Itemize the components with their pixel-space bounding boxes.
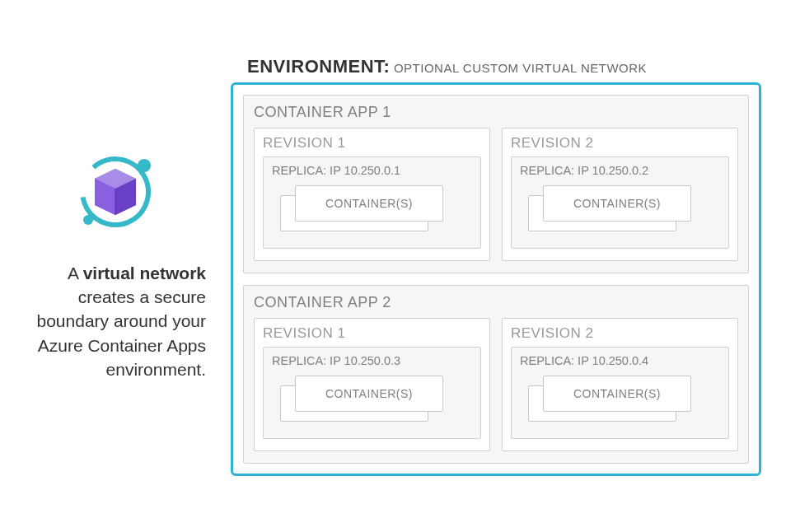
replica-title: REPLICA: IP 10.250.0.2 <box>520 164 720 177</box>
replica-title: REPLICA: IP 10.250.0.1 <box>272 164 472 177</box>
container-stack: CONTAINER(S) <box>528 185 720 235</box>
replica-box: REPLICA: IP 10.250.0.3 CONTAINER(S) <box>263 347 481 439</box>
revisions-row: REVISION 1 REPLICA: IP 10.250.0.1 CONTAI… <box>254 128 738 261</box>
revisions-row: REVISION 1 REPLICA: IP 10.250.0.3 CONTAI… <box>254 318 738 451</box>
environment-subtitle: OPTIONAL CUSTOM VIRTUAL NETWORK <box>394 61 647 75</box>
container-stack: CONTAINER(S) <box>280 376 472 425</box>
environment-title: ENVIRONMENT: <box>247 56 390 77</box>
replica-box: REPLICA: IP 10.250.0.2 CONTAINER(S) <box>511 156 729 249</box>
revision-title: REVISION 1 <box>263 135 481 152</box>
container-stack: CONTAINER(S) <box>528 376 720 425</box>
desc-rest: creates a secure boundary around your Az… <box>37 287 206 379</box>
revision-box: REVISION 1 REPLICA: IP 10.250.0.1 CONTAI… <box>254 128 490 261</box>
right-panel: ENVIRONMENT: OPTIONAL CUSTOM VIRTUAL NET… <box>231 48 786 484</box>
replica-title: REPLICA: IP 10.250.0.4 <box>520 354 720 367</box>
container-app-2: CONTAINER APP 2 REVISION 1 REPLICA: IP 1… <box>243 285 749 464</box>
revision-title: REVISION 2 <box>511 135 729 152</box>
environment-header: ENVIRONMENT: OPTIONAL CUSTOM VIRTUAL NET… <box>247 56 761 77</box>
left-panel: A virtual network creates a secure bound… <box>0 134 231 399</box>
container-card-front: CONTAINER(S) <box>295 185 443 222</box>
container-card-front: CONTAINER(S) <box>543 376 691 412</box>
desc-bold: virtual network <box>83 264 206 282</box>
vnet-icon <box>70 151 161 236</box>
revision-box: REVISION 1 REPLICA: IP 10.250.0.3 CONTAI… <box>254 318 490 451</box>
container-card-front: CONTAINER(S) <box>295 376 443 412</box>
revision-box: REVISION 2 REPLICA: IP 10.250.0.2 CONTAI… <box>502 128 738 261</box>
replica-box: REPLICA: IP 10.250.0.4 CONTAINER(S) <box>511 347 729 439</box>
container-stack: CONTAINER(S) <box>280 185 472 235</box>
app-title: CONTAINER APP 1 <box>254 104 738 121</box>
app-title: CONTAINER APP 2 <box>254 294 738 311</box>
revision-box: REVISION 2 REPLICA: IP 10.250.0.4 CONTAI… <box>502 318 738 451</box>
revision-title: REVISION 1 <box>263 325 481 342</box>
description-text: A virtual network creates a secure bound… <box>16 261 214 382</box>
revision-title: REVISION 2 <box>511 325 729 342</box>
desc-prefix: A <box>68 264 83 282</box>
replica-box: REPLICA: IP 10.250.0.1 CONTAINER(S) <box>263 156 481 249</box>
environment-box: CONTAINER APP 1 REVISION 1 REPLICA: IP 1… <box>231 82 761 476</box>
replica-title: REPLICA: IP 10.250.0.3 <box>272 354 472 367</box>
svg-point-2 <box>83 215 93 225</box>
container-app-1: CONTAINER APP 1 REVISION 1 REPLICA: IP 1… <box>243 95 749 273</box>
svg-point-1 <box>138 159 151 172</box>
container-card-front: CONTAINER(S) <box>543 185 691 222</box>
